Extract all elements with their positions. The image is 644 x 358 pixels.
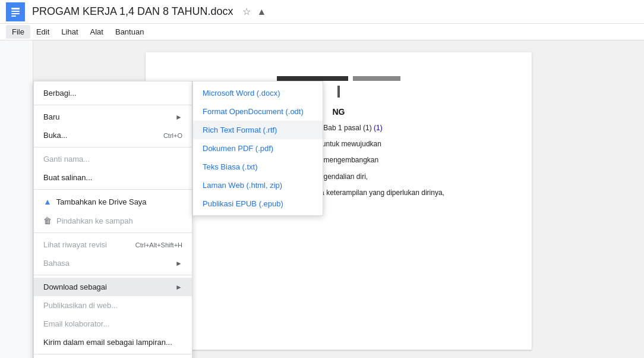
star-icon[interactable]: ☆	[242, 6, 251, 17]
menu-lihat[interactable]: Lihat	[55, 25, 84, 39]
menu-tambahkan-drive[interactable]: ▲ Tambahkan ke Drive Saya	[34, 192, 192, 211]
menu-buka[interactable]: Buka... Ctrl+O	[34, 126, 192, 145]
drive-menu-icon: ▲	[43, 197, 52, 206]
submenu-html[interactable]: Laman Web (.html, zip)	[193, 176, 323, 194]
menu-file[interactable]: File	[6, 25, 30, 39]
main-area: NG g-Undang Sisdiknas Nomor : 20 Tahun 2…	[0, 40, 644, 358]
app-icon	[6, 2, 25, 21]
menu-berbagi[interactable]: Berbagi...	[34, 84, 192, 102]
menu-bahasa[interactable]: Bahasa ►	[34, 254, 192, 272]
menu-ganti-nama[interactable]: Ganti nama...	[34, 150, 192, 168]
menu-baru[interactable]: Baru ►	[34, 108, 192, 126]
submenu-rtf[interactable]: Rich Text Format (.rtf)	[193, 121, 323, 139]
document-title: PROGAM KERJA 1,4 DAN 8 TAHUN.docx	[32, 5, 233, 18]
divider4	[34, 233, 192, 233]
divider3	[34, 189, 192, 190]
menu-download-sebagai[interactable]: Download sebagai ►	[34, 278, 192, 296]
drive-icon[interactable]: ▲	[257, 7, 266, 17]
sidebar-strip	[0, 40, 33, 358]
menu-alat[interactable]: Alat	[84, 25, 109, 39]
divider5	[34, 275, 192, 275]
svg-rect-3	[11, 15, 16, 17]
menu-buat-salinan[interactable]: Buat salinan...	[34, 168, 192, 187]
menu-publikasikan[interactable]: Publikasikan di web...	[34, 296, 192, 315]
divider2	[34, 147, 192, 147]
submenu-word[interactable]: Microsoft Word (.docx)	[193, 84, 323, 102]
divider6	[34, 354, 192, 354]
menu-bar: File Edit Lihat Alat Bantuan	[0, 24, 644, 40]
top-bar: PROGAM KERJA 1,4 DAN 8 TAHUN.docx ☆ ▲	[0, 0, 644, 24]
submenu-txt[interactable]: Teks Biasa (.txt)	[193, 158, 323, 176]
menu-kirim-email[interactable]: Kirim dalam email sebagai lampiran...	[34, 333, 192, 351]
menu-edit[interactable]: Edit	[30, 25, 55, 39]
submenu-pdf[interactable]: Dokumen PDF (.pdf)	[193, 139, 323, 158]
svg-rect-2	[11, 13, 20, 14]
svg-rect-1	[11, 11, 20, 12]
menu-email-kolaborator[interactable]: Email kolaborator...	[34, 315, 192, 333]
trash-menu-icon: 🗑	[43, 216, 52, 225]
download-submenu: Microsoft Word (.docx) Format OpenDocume…	[192, 81, 323, 216]
submenu-epub[interactable]: Publikasi EPUB (.epub)	[193, 194, 323, 213]
submenu-odt[interactable]: Format OpenDocument (.odt)	[193, 102, 323, 121]
svg-rect-0	[11, 8, 20, 10]
file-menu-dropdown: Berbagi... Baru ► Buka... Ctrl+O Ganti n…	[33, 81, 192, 358]
menu-lihat-riwayat[interactable]: Lihat riwayat revisi Ctrl+Alt+Shift+H	[34, 235, 192, 254]
menu-bantuan[interactable]: Bantuan	[109, 25, 150, 39]
menu-pindahkan-sampah[interactable]: 🗑 Pindahkan ke sampah	[34, 211, 192, 230]
divider1	[34, 105, 192, 105]
